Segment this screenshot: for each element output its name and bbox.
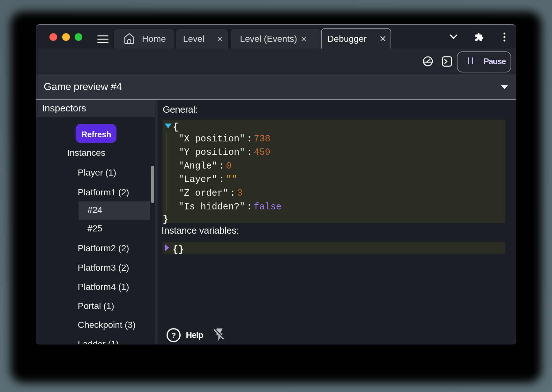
svg-text:?: ? [171, 331, 176, 339]
